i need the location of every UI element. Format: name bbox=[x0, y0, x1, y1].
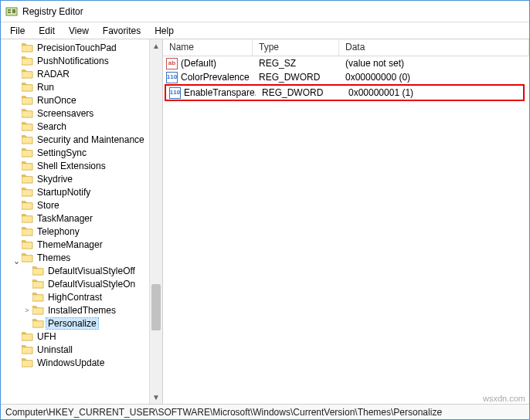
tree-scrollbar[interactable]: ▲ ▼ bbox=[149, 39, 162, 404]
regedit-icon bbox=[5, 5, 18, 18]
tree-item-label: Shell Extensions bbox=[36, 161, 107, 171]
list-row[interactable]: ab(Default)REG_SZ(value not set) bbox=[163, 56, 529, 70]
tree-item-screensavers[interactable]: Screensavers bbox=[1, 107, 162, 120]
tree-item-label: RunOnce bbox=[36, 95, 78, 106]
tree-item-uninstall[interactable]: Uninstall bbox=[1, 343, 162, 356]
scroll-down-icon[interactable]: ▼ bbox=[150, 391, 162, 404]
tree-item-radar[interactable]: RADAR bbox=[1, 67, 162, 80]
reg-binary-icon: 110 bbox=[166, 72, 178, 83]
header-data[interactable]: Data bbox=[339, 39, 529, 56]
tree-item-store[interactable]: Store bbox=[1, 198, 162, 212]
tree-item-skydrive[interactable]: Skydrive bbox=[1, 172, 162, 185]
titlebar: Registry Editor bbox=[1, 1, 529, 22]
tree-item-label: StartupNotify bbox=[36, 187, 92, 198]
tree-item-label: Personalize bbox=[46, 318, 98, 329]
tree-item-shell-extensions[interactable]: Shell Extensions bbox=[1, 159, 162, 172]
tree-item-label: Run bbox=[36, 82, 56, 93]
tree-item-label: Search bbox=[36, 121, 68, 132]
value-name: (Default) bbox=[181, 58, 216, 69]
tree-item-search[interactable]: Search bbox=[1, 120, 162, 133]
tree-item-label: Telephony bbox=[36, 226, 81, 237]
menu-edit[interactable]: Edit bbox=[32, 24, 61, 38]
value-name: EnableTranspare... bbox=[184, 87, 256, 98]
tree-item-settingsync[interactable]: SettingSync bbox=[1, 146, 162, 159]
tree-item-label: Uninstall bbox=[36, 344, 74, 355]
tree-item-personalize[interactable]: Personalize bbox=[1, 317, 162, 330]
reg-string-icon: ab bbox=[166, 58, 178, 69]
value-type: REG_DWORD bbox=[253, 72, 339, 83]
menubar: File Edit View Favorites Help bbox=[1, 22, 529, 39]
tree-item-label: Themes bbox=[36, 252, 72, 263]
tree-item-label: InstalledThemes bbox=[46, 305, 117, 316]
tree-item-themes[interactable]: ˬThemes bbox=[1, 251, 162, 264]
value-data: (value not set) bbox=[339, 58, 529, 69]
chevron-right-icon[interactable]: > bbox=[22, 307, 32, 314]
statusbar: Computer\HKEY_CURRENT_USER\SOFTWARE\Micr… bbox=[1, 404, 529, 419]
tree-item-highcontrast[interactable]: HighContrast bbox=[1, 290, 162, 303]
tree-item-label: SettingSync bbox=[36, 147, 88, 158]
tree[interactable]: PrecisionTouchPad PushNotifications RADA… bbox=[1, 39, 162, 371]
value-data: 0x00000001 (1) bbox=[342, 87, 523, 98]
tree-item-run[interactable]: Run bbox=[1, 80, 162, 93]
watermark: wsxdn.com bbox=[483, 394, 525, 403]
svg-rect-1 bbox=[8, 9, 11, 11]
tree-item-label: Screensavers bbox=[36, 108, 95, 119]
svg-rect-3 bbox=[12, 9, 15, 13]
list-row[interactable]: 110ColorPrevalenceREG_DWORD0x00000000 (0… bbox=[163, 70, 529, 84]
tree-item-label: PrecisionTouchPad bbox=[36, 42, 118, 53]
tree-item-label: WindowsUpdate bbox=[36, 357, 106, 368]
list-body: ab(Default)REG_SZ(value not set)110Color… bbox=[163, 56, 529, 101]
status-path: Computer\HKEY_CURRENT_USER\SOFTWARE\Micr… bbox=[5, 407, 442, 418]
tree-item-pushnotifications[interactable]: PushNotifications bbox=[1, 54, 162, 67]
tree-item-label: RADAR bbox=[36, 69, 71, 80]
tree-item-label: ThemeManager bbox=[36, 239, 104, 250]
tree-item-label: HighContrast bbox=[46, 292, 104, 303]
tree-item-precisiontouchpad[interactable]: PrecisionTouchPad bbox=[1, 41, 162, 54]
scroll-up-icon[interactable]: ▲ bbox=[150, 39, 162, 52]
highlighted-row: 110EnableTranspare...REG_DWORD0x00000001… bbox=[165, 84, 525, 101]
tree-item-ufh[interactable]: UFH bbox=[1, 330, 162, 343]
tree-item-label: Store bbox=[36, 200, 61, 211]
list-row[interactable]: 110EnableTranspare...REG_DWORD0x00000001… bbox=[166, 86, 523, 100]
value-type: REG_DWORD bbox=[256, 87, 342, 98]
tree-item-label: DefaultVisualStyleOff bbox=[46, 266, 137, 276]
reg-binary-icon: 110 bbox=[169, 87, 181, 99]
tree-item-defaultvisualstyleoff[interactable]: DefaultVisualStyleOff bbox=[1, 264, 162, 277]
menu-help[interactable]: Help bbox=[148, 24, 180, 38]
tree-item-telephony[interactable]: Telephony bbox=[1, 225, 162, 238]
chevron-down-icon[interactable]: ˬ bbox=[12, 252, 21, 264]
menu-view[interactable]: View bbox=[63, 24, 95, 38]
tree-item-defaultvisualstyleon[interactable]: DefaultVisualStyleOn bbox=[1, 277, 162, 290]
tree-item-label: PushNotifications bbox=[36, 56, 110, 66]
svg-rect-2 bbox=[8, 12, 11, 13]
tree-pane: PrecisionTouchPad PushNotifications RADA… bbox=[1, 39, 163, 404]
value-data: 0x00000000 (0) bbox=[339, 72, 529, 83]
tree-item-windowsupdate[interactable]: WindowsUpdate bbox=[1, 356, 162, 369]
tree-item-label: DefaultVisualStyleOn bbox=[46, 279, 137, 290]
header-name[interactable]: Name bbox=[163, 39, 253, 56]
menu-favorites[interactable]: Favorites bbox=[97, 24, 147, 38]
tree-item-label: TaskManager bbox=[36, 213, 94, 224]
scroll-track[interactable] bbox=[150, 52, 162, 391]
tree-item-runonce[interactable]: RunOnce bbox=[1, 93, 162, 107]
value-type: REG_SZ bbox=[253, 58, 339, 69]
tree-item-startupnotify[interactable]: StartupNotify bbox=[1, 185, 162, 198]
tree-item-thememanager[interactable]: ThemeManager bbox=[1, 238, 162, 251]
tree-item-label: UFH bbox=[36, 331, 58, 342]
tree-item-security-and-maintenance[interactable]: Security and Maintenance bbox=[1, 133, 162, 146]
tree-item-label: Skydrive bbox=[36, 174, 74, 185]
scroll-thumb[interactable] bbox=[151, 284, 161, 330]
list-pane: Name Type Data ab(Default)REG_SZ(value n… bbox=[163, 39, 529, 404]
window-title: Registry Editor bbox=[22, 6, 83, 17]
tree-item-installedthemes[interactable]: >InstalledThemes bbox=[1, 303, 162, 317]
list-header: Name Type Data bbox=[163, 39, 529, 56]
value-name: ColorPrevalence bbox=[181, 72, 250, 83]
tree-item-taskmanager[interactable]: TaskManager bbox=[1, 212, 162, 225]
tree-item-label: Security and Maintenance bbox=[36, 134, 146, 145]
content-area: PrecisionTouchPad PushNotifications RADA… bbox=[1, 39, 529, 404]
menu-file[interactable]: File bbox=[4, 24, 31, 38]
header-type[interactable]: Type bbox=[253, 39, 339, 56]
